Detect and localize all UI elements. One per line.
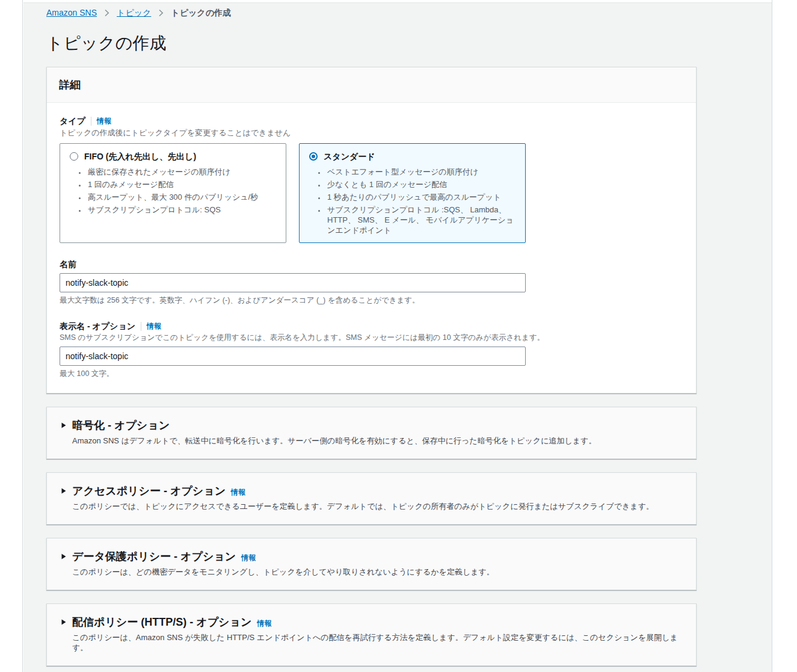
standard-tile-title: スタンダード — [324, 151, 375, 162]
section-encryption[interactable]: 暗号化 - オプション Amazon SNS はデフォルトで、転送中に暗号化を行… — [46, 407, 697, 459]
page-title: トピックの作成 — [46, 32, 719, 54]
name-input[interactable] — [60, 273, 526, 292]
standard-tile[interactable]: スタンダード ベストエフォート型メッセージの順序付け 少なくとも 1 回のメッセ… — [299, 143, 526, 243]
type-field: タイプ 情報 トピックの作成後にトピックタイプを変更することはできません FIF… — [60, 116, 684, 243]
section-info-link[interactable]: 情報 — [231, 487, 245, 497]
breadcrumb: Amazon SNS トピック トピックの作成 — [46, 7, 719, 18]
details-panel: 詳細 タイプ 情報 トピックの作成後にトピックタイプを変更することはできません — [46, 67, 697, 393]
sns-create-topic-page: Amazon SNS トピック トピックの作成 トピックの作成 詳細 — [0, 0, 797, 672]
breadcrumb-separator-icon — [157, 9, 165, 17]
label-divider — [91, 117, 91, 126]
display-name-label: 表示名 - オプション — [60, 321, 135, 331]
left-rail — [0, 0, 23, 672]
section-data-protection-policy[interactable]: データ保護ポリシー - オプション 情報 このポリシーは、どの機密データをモニタ… — [46, 538, 697, 590]
tile-bullet: サブスクリプションプロトコル: SQS — [87, 205, 277, 215]
fifo-tile-bullets: 厳密に保存されたメッセージの順序付け 1 回のみメッセージ配信 高スループット、… — [87, 167, 277, 215]
type-label: タイプ — [60, 116, 85, 126]
breadcrumb-link-topics[interactable]: トピック — [117, 7, 151, 18]
tile-bullet: 厳密に保存されたメッセージの順序付け — [87, 167, 277, 177]
breadcrumb-link-amazon-sns[interactable]: Amazon SNS — [46, 7, 97, 18]
fifo-tile[interactable]: FIFO (先入れ先出し、先出し) 厳密に保存されたメッセージの順序付け 1 回… — [60, 143, 286, 243]
section-title: データ保護ポリシー - オプション — [72, 550, 236, 563]
section-title: アクセスポリシー - オプション — [72, 484, 226, 498]
standard-radio[interactable] — [309, 152, 318, 161]
fifo-tile-title: FIFO (先入れ先出し、先出し) — [84, 151, 196, 162]
section-description: このポリシーでは、トピックにアクセスできるユーザーを定義します。デフォルトでは、… — [72, 501, 684, 511]
display-name-input[interactable] — [60, 347, 526, 366]
section-title: 配信ポリシー (HTTP/S) - オプション — [72, 615, 251, 629]
tile-bullet: 1 秒あたりのパブリッシュで最高のスループット — [326, 192, 517, 202]
section-title: 暗号化 - オプション — [72, 419, 170, 432]
type-info-link[interactable]: 情報 — [97, 116, 111, 126]
type-hint: トピックの作成後にトピックタイプを変更することはできません — [60, 128, 684, 138]
right-rail — [772, 0, 797, 672]
section-info-link[interactable]: 情報 — [257, 618, 271, 628]
name-label: 名前 — [60, 259, 76, 270]
caret-right-icon — [60, 487, 67, 495]
caret-right-icon — [60, 422, 67, 429]
section-description: このポリシーは、どの機密データをモニタリングし、トピックを介してやり取りされない… — [72, 567, 684, 577]
tile-bullet: サブスクリプションプロトコル :SQS、 Lambda、 HTTP、 SMS、 … — [326, 205, 517, 235]
tile-bullet: 1 回のみメッセージ配信 — [87, 179, 277, 190]
fifo-radio[interactable] — [70, 152, 78, 161]
display-name-info-link[interactable]: 情報 — [147, 321, 161, 331]
content-area: Amazon SNS トピック トピックの作成 トピックの作成 詳細 — [23, 0, 772, 672]
section-access-policy[interactable]: アクセスポリシー - オプション 情報 このポリシーでは、トピックにアクセスでき… — [46, 472, 697, 525]
section-delivery-policy[interactable]: 配信ポリシー (HTTP/S) - オプション 情報 このポリシーは、Amazo… — [46, 603, 697, 666]
section-description: このポリシーは、Amazon SNS が失敗した HTTP/S エンドポイントへ… — [72, 632, 684, 653]
tile-bullet: ベストエフォート型メッセージの順序付け — [326, 167, 517, 177]
caret-right-icon — [60, 553, 67, 560]
label-divider — [141, 322, 141, 331]
display-name-description: SMS のサブスクリプションでこのトピックを使用するには、表示名を入力します。S… — [60, 333, 684, 343]
caret-right-icon — [60, 618, 67, 626]
display-name-hint: 最大 100 文字。 — [60, 369, 684, 378]
section-info-link[interactable]: 情報 — [241, 553, 256, 563]
standard-tile-bullets: ベストエフォート型メッセージの順序付け 少なくとも 1 回のメッセージ配信 1 … — [326, 167, 517, 235]
tile-bullet: 高スループット、最大 300 件のパブリッシュ/秒 — [87, 192, 277, 202]
topic-type-tiles: FIFO (先入れ先出し、先出し) 厳密に保存されたメッセージの順序付け 1 回… — [60, 143, 684, 243]
details-panel-title: 詳細 — [59, 78, 684, 91]
display-name-field: 表示名 - オプション 情報 SMS のサブスクリプションでこのトピックを使用す… — [60, 321, 684, 378]
breadcrumb-separator-icon — [103, 9, 111, 17]
name-field: 名前 最大文字数は 256 文字です。英数字、ハイフン (-)、およびアンダース… — [60, 259, 684, 305]
name-hint: 最大文字数は 256 文字です。英数字、ハイフン (-)、およびアンダースコア … — [60, 295, 684, 305]
section-description: Amazon SNS はデフォルトで、転送中に暗号化を行います。サーバー側の暗号… — [72, 436, 684, 446]
details-panel-header: 詳細 — [47, 67, 696, 103]
details-panel-body: タイプ 情報 トピックの作成後にトピックタイプを変更することはできません FIF… — [47, 103, 696, 393]
breadcrumb-current: トピックの作成 — [171, 7, 231, 18]
tile-bullet: 少なくとも 1 回のメッセージ配信 — [326, 179, 517, 190]
